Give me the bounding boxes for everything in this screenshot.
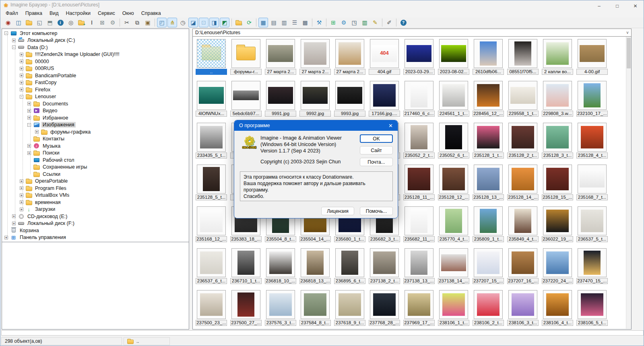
image-item[interactable]: 9991.jpg <box>265 81 296 117</box>
cut-button[interactable]: ✂ <box>122 18 132 27</box>
image-item[interactable]: 235052_6_t... <box>438 123 469 159</box>
image-item[interactable]: 237138_13_... <box>403 248 435 284</box>
image-item[interactable]: 9993.jpg <box>334 81 365 117</box>
thumbnail[interactable] <box>543 248 572 277</box>
panel-grid-toggle[interactable]: ⊡ <box>199 18 208 27</box>
image-item[interactable]: 224561_1_t... <box>438 81 469 117</box>
panel-clock-toggle[interactable]: ◷ <box>178 18 188 27</box>
batch-settings-button[interactable]: ⚙ <box>339 18 349 27</box>
tree-item-рабочий-стол[interactable]: Рабочий стол <box>2 157 189 164</box>
thumbnail[interactable] <box>474 248 503 277</box>
thumbnail[interactable] <box>405 248 433 277</box>
thumbnail[interactable] <box>578 123 607 152</box>
thumbnail[interactable] <box>439 123 468 152</box>
tree-item-временная[interactable]: +временная <box>2 199 189 206</box>
expand-expander-icon[interactable]: + <box>20 60 23 63</box>
delete-button[interactable]: ⊠ <box>97 18 107 27</box>
thumbnail[interactable] <box>266 290 295 319</box>
menu-item-3[interactable]: Настройки <box>62 10 94 17</box>
image-item[interactable]: 236895_6_t... <box>334 248 365 284</box>
tree-item-локальный-диск-c-[interactable]: +Локальный диск (C:) <box>2 37 189 44</box>
expand-expander-icon[interactable]: + <box>4 236 8 239</box>
tree-item-музыка[interactable]: +♪Музыка <box>2 142 189 150</box>
expand-expander-icon[interactable]: + <box>20 81 23 84</box>
thumbnail[interactable] <box>405 123 433 152</box>
thumbnail[interactable] <box>231 39 260 68</box>
tree-item-virtualbox-vms[interactable]: +VirtualBox VMs <box>2 192 189 199</box>
tree-item-панель-управления[interactable]: +⊞Панель управления <box>2 234 189 241</box>
license-button[interactable]: Лицензия <box>321 207 354 215</box>
collapse-expander-icon[interactable]: - <box>27 123 31 127</box>
dialog-close-icon[interactable]: ✕ <box>388 123 393 129</box>
image-item[interactable]: 233435_5_t... <box>196 123 227 159</box>
image-item[interactable]: 27 марта 2... <box>265 39 296 75</box>
thumbnail[interactable] <box>508 206 537 235</box>
tree-item--zenden2k-image-uploader-gui-[interactable]: +!!!!Zenden2k Image Uploader (GUI)!!!! <box>2 51 189 58</box>
thumbnail[interactable] <box>197 123 226 152</box>
tree-item-сохраненные-игры[interactable]: Сохраненные игры <box>2 164 189 171</box>
image-item[interactable]: 9992.jpg <box>299 81 331 117</box>
tools-wrench-button[interactable]: ⚒ <box>314 18 324 27</box>
add-images-button[interactable]: ⊞ <box>328 18 338 27</box>
tree-item-этот-компьютер[interactable]: -Этот компьютер <box>2 30 189 37</box>
expand-expander-icon[interactable]: + <box>20 53 23 56</box>
collapse-expander-icon[interactable]: - <box>4 31 8 35</box>
tree-item-поиски[interactable]: +Поиски <box>2 150 189 157</box>
thumbnail[interactable] <box>508 165 537 194</box>
thumbnail[interactable] <box>508 81 537 110</box>
image-item[interactable]: 2 капли во... <box>542 39 573 75</box>
image-item[interactable]: 235128_2_t... <box>507 123 539 159</box>
thumbnail[interactable] <box>266 81 295 110</box>
thumbnail[interactable] <box>543 206 572 235</box>
tree-item-documents[interactable]: +Documents <box>2 100 189 107</box>
mail-button[interactable]: Почта... <box>360 158 393 166</box>
filmstrip-button[interactable]: ▥ <box>360 18 369 27</box>
image-item[interactable]: 236710_1_t... <box>230 248 262 284</box>
menu-item-5[interactable]: Окно <box>119 10 138 17</box>
expand-expander-icon[interactable]: + <box>27 144 31 148</box>
scrollbar-thumb[interactable] <box>627 38 631 68</box>
image-item[interactable]: 238106_1_t... <box>438 290 469 326</box>
thumbnail[interactable] <box>301 81 330 110</box>
capture-button[interactable]: ◎ <box>66 18 76 27</box>
menu-item-1[interactable]: Правка <box>22 10 46 17</box>
thumbnail[interactable] <box>474 81 503 110</box>
image-item[interactable]: 232100_17_... <box>576 81 608 117</box>
thumbnail[interactable] <box>578 248 607 277</box>
print-button[interactable]: ⬒ <box>45 18 55 27</box>
image-item[interactable]: 235128_11_... <box>403 165 435 200</box>
panel-tree-toggle[interactable]: ⋔ <box>167 18 177 27</box>
menu-item-4[interactable]: Сервис <box>94 10 119 17</box>
image-item[interactable]: 235849_4_t... <box>507 206 539 242</box>
up-folder-button[interactable]: ↑ <box>234 18 244 27</box>
thumbnail[interactable] <box>266 248 295 277</box>
collapse-expander-icon[interactable]: - <box>12 45 16 49</box>
tree-item-ссылки[interactable]: Ссылки <box>2 171 189 178</box>
image-item[interactable]: 217460_6_c... <box>403 81 435 117</box>
image-item[interactable]: 238106_5_t... <box>576 290 608 326</box>
thumbnail[interactable] <box>370 290 399 319</box>
expand-expander-icon[interactable]: + <box>27 102 31 105</box>
thumbnail[interactable] <box>301 248 330 277</box>
thumbnail[interactable] <box>370 81 399 110</box>
view-smallicons-button[interactable]: ▥ <box>279 18 289 27</box>
image-item[interactable]: 238106_3_t... <box>507 290 539 326</box>
image-item[interactable]: 237138_14_... <box>438 248 469 284</box>
path-combobox[interactable]: D:\Lenouser\Pictures ˅ <box>192 29 632 37</box>
image-item[interactable]: 17166.jpg.... <box>369 81 400 117</box>
thumbnail[interactable] <box>405 165 433 194</box>
tree-item-bandicamportable[interactable]: +BandicamPortable <box>2 72 189 79</box>
image-item[interactable]: 237207_15_... <box>473 248 504 284</box>
thumbnail[interactable] <box>508 39 537 68</box>
thumbnail[interactable] <box>405 39 433 68</box>
thumbnail[interactable] <box>439 290 468 319</box>
slideshow-button[interactable]: ◫ <box>14 18 23 27</box>
thumbnail[interactable] <box>474 290 503 319</box>
panel-fullscreen-toggle[interactable]: ◩ <box>220 18 229 27</box>
image-item[interactable]: 235770_4_t... <box>438 206 469 242</box>
thumbnail[interactable] <box>543 81 572 110</box>
tree-item-firefox[interactable]: +Firefox <box>2 86 189 93</box>
expand-expander-icon[interactable]: + <box>20 179 23 183</box>
image-item[interactable]: 228456_12_... <box>473 81 504 117</box>
thumbnail[interactable] <box>231 81 260 110</box>
